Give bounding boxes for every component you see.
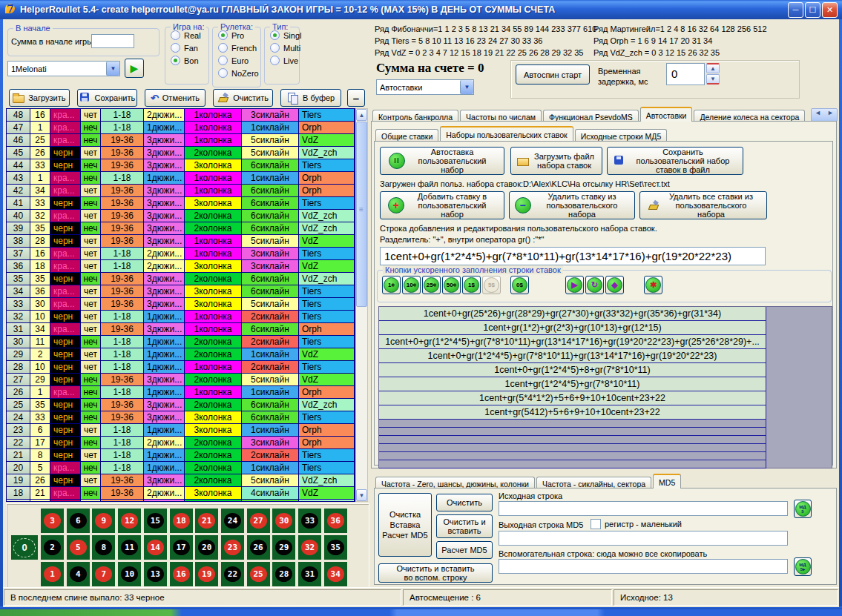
add-bet-button[interactable]: + Добавить ставку в пользовательский наб…: [380, 191, 504, 219]
spin-row-29[interactable]: 292чернчет1-181дюжи...2колонка1сиклайнVd…: [7, 348, 355, 361]
undo-button[interactable]: ↶ Отменить: [145, 89, 205, 107]
radio-icon[interactable]: [171, 43, 180, 53]
md5-calc-source-button[interactable]: МД5: [794, 500, 812, 518]
freqtab-md5[interactable]: MD5: [653, 474, 681, 489]
scroll-up-icon[interactable]: ▲: [356, 109, 367, 121]
fill-mixed-button[interactable]: ◆: [605, 276, 624, 294]
spinner-down-icon[interactable]: ▼: [706, 74, 720, 85]
roulette-cell-12[interactable]: 12: [118, 509, 141, 533]
md5-aux-input[interactable]: [499, 559, 788, 574]
chevron-down-icon[interactable]: ▼: [460, 80, 473, 94]
load-bets-file-button[interactable]: Загрузить файл набора ставок: [510, 147, 602, 175]
roulette-cell-19[interactable]: 19: [195, 562, 218, 586]
roulette-cell-11[interactable]: 11: [118, 535, 141, 560]
radio-pro[interactable]: Pro: [218, 30, 260, 40]
spins-scrollbar[interactable]: ▲ ▼: [355, 108, 368, 502]
roulette-cell-32[interactable]: 32: [298, 535, 321, 560]
title-bar[interactable]: 7 HelperRoullet 5.4- create helperroulle…: [0, 0, 842, 19]
bet-set-row[interactable]: 1cent+gr(1*2*4*5)+gr(7*8*10*11): [379, 377, 766, 391]
spin-row-35[interactable]: 3535черннеч19-363дюжи...2колонка6сиклайн…: [7, 273, 355, 285]
md5-calc-button[interactable]: Расчет MD5: [436, 541, 493, 559]
save-bets-file-button[interactable]: Сохранить пользовательский набор ставок …: [607, 147, 743, 175]
radio-icon[interactable]: [218, 30, 228, 40]
radio-icon[interactable]: [270, 30, 280, 40]
delete-bet-button[interactable]: − Удалить ставку из пользовательского на…: [509, 191, 635, 219]
roulette-cell-34[interactable]: 34: [324, 562, 347, 586]
roulette-cell-13[interactable]: 13: [144, 562, 167, 586]
chevron-down-icon[interactable]: ▼: [106, 62, 119, 76]
minimize-button-icon[interactable]: ─: [788, 2, 803, 18]
fill-play-button[interactable]: ▶: [565, 276, 584, 294]
bet-set-row[interactable]: 1cent+0+gr(1*2*4*5)+gr(7*8*10*11)+gr(13*…: [379, 335, 766, 349]
load-button[interactable]: Загрузить: [9, 89, 70, 107]
spin-row-20[interactable]: 205кра...неч1-181дюжи...2колонка1сиклайн…: [7, 462, 355, 474]
roulette-cell-30[interactable]: 30: [272, 509, 295, 533]
spinner-up-icon[interactable]: ▲: [706, 63, 720, 73]
spin-row-44[interactable]: 4433черннеч19-363дюжи...3колонка6сиклайн…: [7, 159, 355, 172]
spin-row-48[interactable]: 4816кра...чет1-182дюжи...1колонка3сиклай…: [7, 109, 355, 122]
spin-row-23[interactable]: 236чернчет1-181дюжи...3колонка1сиклайнOr…: [7, 424, 355, 437]
md5-source-input[interactable]: [499, 501, 788, 516]
radio-icon[interactable]: [270, 56, 280, 65]
maximize-button-icon[interactable]: ☐: [805, 2, 820, 18]
spin-row-42[interactable]: 4234кра...чет19-363дюжи...1колонка6сикла…: [7, 185, 355, 197]
spin-row-27[interactable]: 2729черннеч19-363дюжи...2колонка5сиклайн…: [7, 374, 355, 386]
radio-real[interactable]: Real: [171, 30, 208, 40]
md5-clear-button[interactable]: Очистить: [436, 494, 493, 511]
spin-row-45[interactable]: 4526чернчет19-363дюжи...2колонка5сиклайн…: [7, 147, 355, 159]
md5-output-input[interactable]: [499, 531, 788, 546]
close-button-icon[interactable]: ✕: [822, 2, 838, 18]
spin-row-36[interactable]: 3618кра...чет1-182дюжи...3колонка3сиклай…: [7, 260, 355, 273]
radio-icon[interactable]: [270, 43, 280, 53]
radio-icon[interactable]: [171, 30, 180, 40]
md5-big-button[interactable]: Очистка Вставка Расчет MD5: [378, 493, 432, 557]
run-strategy-button[interactable]: ▶: [125, 59, 144, 78]
spin-row-33[interactable]: 3330кра...чет19-363дюжи...3колонка5сикла…: [7, 298, 355, 311]
autostavka-set-button[interactable]: ‖‖ Автоставка пользовательский набор: [380, 147, 504, 175]
roulette-cell-2[interactable]: 2: [41, 535, 64, 560]
roulette-cell-10[interactable]: 10: [118, 562, 141, 586]
delay-spinner[interactable]: ▲ ▼: [706, 63, 720, 85]
spin-row-38[interactable]: 3828чернчет19-363дюжи...1колонка5сиклайн…: [7, 235, 355, 248]
delay-spinner-value[interactable]: 0: [666, 63, 705, 85]
roulette-cell-20[interactable]: 20: [195, 535, 218, 560]
delete-all-bets-button[interactable]: Удалить все ставки из пользовательского …: [639, 191, 767, 219]
roulette-cell-35[interactable]: 35: [324, 535, 347, 560]
spin-row-22[interactable]: 2217черннеч1-182дюжи...2колонка3сиклайнO…: [7, 437, 355, 449]
spin-row-17[interactable]: 1732кра...чет19-363дюжи...2колонка6сикла…: [7, 500, 355, 502]
bet-set-row[interactable]: 1cent+0+gr(25*26)+gr(28*29)+gr(27*30)+gr…: [379, 307, 766, 321]
radio-icon[interactable]: [218, 56, 228, 65]
spin-row-37[interactable]: 3716кра...чет1-182дюжи...1колонка3сиклай…: [7, 248, 355, 260]
roulette-cell-25[interactable]: 25: [247, 562, 270, 586]
roulette-cell-18[interactable]: 18: [170, 509, 193, 533]
md5-clear-paste-aux-button[interactable]: Очистить и вставитьво вспом. строку: [378, 563, 493, 583]
bet-set-row[interactable]: 1cent+0+gr(1*2*4*5)+gr(7*8*10*11)+gr(13*…: [379, 349, 766, 363]
spin-row-32[interactable]: 3210чернчет1-181дюжи...1колонка2сиклайнT…: [7, 311, 355, 323]
radio-fan[interactable]: Fan: [171, 43, 208, 53]
fill-repeat-button[interactable]: ↻: [585, 276, 604, 294]
md5-calc-aux-button[interactable]: МД5▸: [794, 557, 812, 576]
spin-row-26[interactable]: 261кра...неч1-181дюжи...1колонка1сиклайн…: [7, 386, 355, 399]
radio-multi[interactable]: Multi: [270, 43, 299, 53]
bet-set-row[interactable]: 1cent+0+gr(1*2*4*5)+8+gr(7*8*10*11): [379, 363, 766, 377]
spin-row-47[interactable]: 471кра...неч1-181дюжи...1колонка1сиклайн…: [7, 122, 355, 134]
fill-special-button[interactable]: ✱: [644, 276, 662, 294]
spin-row-19[interactable]: 1926чернчет19-363дюжи...2колонка5сиклайн…: [7, 474, 355, 487]
roulette-cell-14[interactable]: 14: [144, 535, 167, 560]
roulette-cell-28[interactable]: 28: [272, 562, 295, 586]
taskbar[interactable]: [0, 609, 842, 616]
radio-nozero[interactable]: NoZero: [218, 68, 260, 78]
spin-row-34[interactable]: 3436кра...чет19-363дюжи...3колонка6сикла…: [7, 285, 355, 298]
spin-row-41[interactable]: 4133черннеч19-363дюжи...3колонка6сиклайн…: [7, 197, 355, 210]
spin-row-30[interactable]: 3011черннеч1-181дюжи...2колонка2сиклайнT…: [7, 336, 355, 348]
roulette-cell-0[interactable]: 0: [11, 535, 38, 560]
spin-row-43[interactable]: 431кра...неч1-181дюжи...1колонка1сиклайн…: [7, 172, 355, 185]
roulette-cell-1[interactable]: 1: [41, 562, 64, 586]
radio-icon[interactable]: [218, 68, 228, 78]
tab-scroll-control[interactable]: ◄ ►: [811, 108, 838, 122]
spin-row-40[interactable]: 4032кра...чет19-363дюжи...2колонка6сикла…: [7, 210, 355, 222]
roulette-cell-8[interactable]: 8: [92, 535, 115, 560]
roulette-cell-36[interactable]: 36: [324, 509, 347, 533]
mode-select[interactable]: Автоставки ▼: [376, 79, 474, 95]
bet-10cent-button[interactable]: 10¢: [402, 276, 421, 294]
